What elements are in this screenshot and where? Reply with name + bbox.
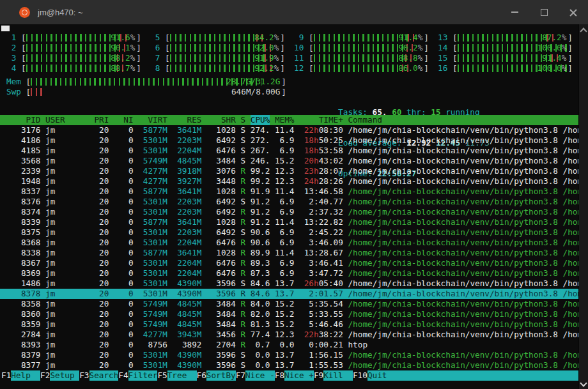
cell-command: /home/jm/chia-blockchain/venv/bin/python… xyxy=(348,248,578,258)
fkey-quit-label[interactable]: Quit xyxy=(368,370,578,381)
cell-cpu-percent: 99.2 xyxy=(251,166,270,176)
cell-state: R xyxy=(241,217,246,227)
process-row-4186[interactable]: 4186jm2005301M2203M6492S272.6.918h50:25/… xyxy=(0,135,578,146)
terminal-cursor xyxy=(1,26,10,31)
process-row-8376[interactable]: 8376jm2005301M2203M6492S91.26.92:40.77/h… xyxy=(0,197,578,207)
process-row-4185[interactable]: 4185jm2005301M2204M6476S267.6.918h53:58/… xyxy=(0,146,578,156)
cell-pri: 20 xyxy=(94,268,109,278)
column-header-s[interactable]: S xyxy=(241,115,246,125)
close-button[interactable] xyxy=(559,0,588,24)
process-row-8337[interactable]: 8337jm2005877M3641M1028R91.911.413:46.58… xyxy=(0,187,578,197)
cell-time: 18h50:25 xyxy=(299,135,343,146)
fkey-nice-label[interactable]: Nice + xyxy=(284,370,314,381)
fkey-quit-key[interactable]: F10 xyxy=(353,370,368,381)
fkey-search-key[interactable]: F3 xyxy=(79,370,89,381)
column-header-user[interactable]: USER xyxy=(45,115,89,125)
bracket-open: [ xyxy=(309,63,314,73)
maximize-button[interactable] xyxy=(529,0,559,24)
fkey-help-key[interactable]: F1 xyxy=(1,370,11,381)
cell-cpu-percent: 84.6 xyxy=(251,278,270,289)
cell-cpu-percent: 91.2 xyxy=(251,217,270,227)
cell-shr: 6476 xyxy=(206,268,236,278)
process-row-3176[interactable]: 3176jm2005877M3641M1028S274.11.422h08:30… xyxy=(0,125,578,135)
cell-pid: 8368 xyxy=(6,238,40,248)
process-row-8338[interactable]: 8338jm2005877M3641M1028R89.911.413:28.67… xyxy=(0,248,578,258)
cell-user: jm xyxy=(45,207,89,217)
fkey-nice-key[interactable]: F8 xyxy=(275,370,284,381)
column-header-virt[interactable]: VIRT xyxy=(138,115,167,125)
title-bar[interactable]: jm@h470: ~ xyxy=(0,0,588,24)
fkey-sortby-label[interactable]: SortBy xyxy=(206,370,236,381)
scrollbar[interactable] xyxy=(578,24,588,389)
percent-sign: % xyxy=(274,63,279,73)
process-row-8369[interactable]: 8369jm2005301M2204M6476R87.36.93:47.72/h… xyxy=(0,268,578,278)
fkey-nice-key[interactable]: F7 xyxy=(236,370,245,381)
cell-user: jm xyxy=(45,125,89,135)
column-header-time[interactable]: TIME+ xyxy=(299,115,343,125)
process-row-8393[interactable]: 8393jm200875638922704R0.70.00:00.21htop xyxy=(0,340,578,350)
percent-sign: % xyxy=(130,33,135,42)
cell-virt: 5749M xyxy=(138,156,167,166)
process-row-8359[interactable]: 8359jm2005749M4845M3484R81.315.25:46.46/… xyxy=(0,319,578,330)
scroll-down-icon[interactable] xyxy=(580,379,587,386)
cpu-meter-10-value: 90.2% xyxy=(398,43,422,53)
cell-mem-percent: 13.7 xyxy=(275,350,295,360)
time-rest: 3:46.09 xyxy=(309,238,343,248)
cpu-meter-10-label: 10 xyxy=(294,43,304,53)
fkey-tree-key[interactable]: F5 xyxy=(157,370,167,381)
time-rest: 50:25 xyxy=(319,135,343,146)
cell-pri: 20 xyxy=(94,248,109,258)
column-header-pri[interactable]: PRI xyxy=(94,115,109,125)
process-row-8375[interactable]: 8375jm2005301M2203M6492S90.66.92:45.22/h… xyxy=(0,227,578,238)
cell-state: R xyxy=(241,166,246,176)
fkey-kill-label[interactable]: Kill xyxy=(323,370,353,381)
process-row-8374[interactable]: 8374jm2005301M2203M6492R91.26.92:37.32/h… xyxy=(0,207,578,217)
process-row-3568[interactable]: 3568jm2005749M4845M3484S246.15.220h43:02… xyxy=(0,156,578,166)
bracket-close: ] xyxy=(568,33,573,43)
column-header-shr[interactable]: SHR xyxy=(206,115,236,125)
column-header-pid[interactable]: PID xyxy=(6,115,40,125)
minimize-button[interactable] xyxy=(500,0,529,24)
process-row-8367[interactable]: 8367jm2005301M2204M6476R89.36.93:46.41/h… xyxy=(0,258,578,268)
process-row-8377[interactable]: 8377jm2005301M4390M3596S0.013.71:55.53/h… xyxy=(0,360,578,370)
fkey-nice-label[interactable]: Nice - xyxy=(245,370,275,381)
process-row-8378[interactable]: 8378jm2005301M4390M3596R84.613.72:01.57/… xyxy=(0,289,578,299)
scroll-up-icon[interactable] xyxy=(580,27,587,34)
cell-mem-percent: 12.3 xyxy=(275,176,295,187)
fkey-filter-key[interactable]: F4 xyxy=(118,370,128,381)
process-row-8339[interactable]: 8339jm2005877M3641M1028R91.211.413:22.82… xyxy=(0,217,578,227)
fkey-filter-label[interactable]: Filter xyxy=(128,370,158,381)
cell-ni: 0 xyxy=(114,125,134,135)
cell-virt: 8756 xyxy=(138,340,167,350)
fkey-setup-key[interactable]: F2 xyxy=(40,370,50,381)
process-row-8360[interactable]: 8360jm2005749M4845M3484R82.015.25:33.55/… xyxy=(0,309,578,319)
process-row-1486[interactable]: 1486jm2005301M4390M3596S84.613.726h05:40… xyxy=(0,278,578,289)
process-row-2339[interactable]: 2339jm2004277M3918M3076R99.212.323h28:07… xyxy=(0,166,578,176)
cell-mem-percent: 12.3 xyxy=(275,330,295,340)
cell-pid: 8358 xyxy=(6,299,40,309)
process-row-8368[interactable]: 8368jm2005301M2204M6476R90.66.93:46.09/h… xyxy=(0,238,578,248)
meter-number: 91.6 xyxy=(111,33,130,42)
column-header-ni[interactable]: NI xyxy=(114,115,134,125)
swap-meter-label: Swp xyxy=(6,87,21,97)
process-row-2784[interactable]: 2784jm2004277M3943M3456R77.412.322h38:22… xyxy=(0,330,578,340)
bar-fill-red xyxy=(31,88,43,96)
cell-command: /home/jm/chia-blockchain/venv/bin/python… xyxy=(348,299,578,309)
fkey-search-label[interactable]: Search xyxy=(89,370,119,381)
cell-mem-percent: 6.9 xyxy=(275,238,295,248)
process-row-8358[interactable]: 8358jm2005749M4845M3484R84.015.25:35.54/… xyxy=(0,299,578,309)
fkey-sortby-key[interactable]: F6 xyxy=(197,370,206,381)
column-header-mem[interactable]: MEM% xyxy=(275,115,295,125)
fkey-kill-key[interactable]: F9 xyxy=(314,370,323,381)
cell-virt: 4277M xyxy=(138,166,167,176)
process-row-8379[interactable]: 8379jm2005301M4390M3596S0.013.71:56.15/h… xyxy=(0,350,578,360)
cell-virt: 5301M xyxy=(138,278,167,289)
column-header-res[interactable]: RES xyxy=(173,115,202,125)
cell-virt: 5749M xyxy=(138,309,167,319)
column-header-command[interactable]: Command xyxy=(348,115,578,125)
fkey-help-label[interactable]: Help xyxy=(11,370,40,381)
column-header-cpu[interactable]: CPU% xyxy=(251,115,270,125)
process-row-1948[interactable]: 1948jm2004277M3927M3448R99.212.324h28:26… xyxy=(0,176,578,187)
fkey-tree-label[interactable]: Tree xyxy=(167,370,197,381)
fkey-setup-label[interactable]: Setup xyxy=(50,370,79,381)
